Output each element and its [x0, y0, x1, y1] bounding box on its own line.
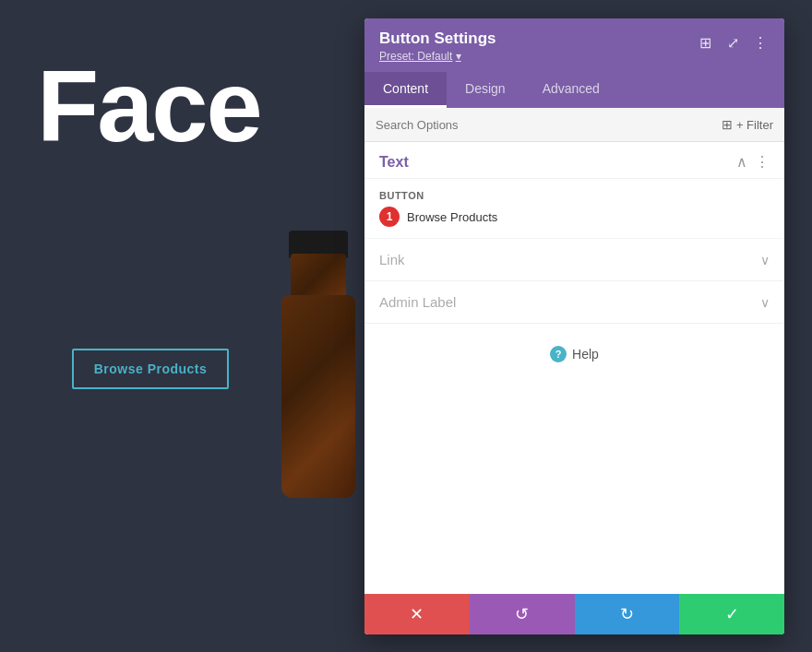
more-options-icon[interactable]: ⋮ — [751, 33, 770, 52]
filter-icon: ⊞ — [722, 117, 733, 132]
bottle-illustration — [263, 221, 374, 498]
panel-content: Text ∧ ⋮ Button 1 Browse Products Link ∨ — [364, 142, 784, 594]
panel-header: Button Settings Preset: Default ▾ ⊞ ⤢ ⋮ — [364, 18, 784, 72]
confirm-button[interactable]: ✓ — [679, 594, 784, 634]
action-bar: ✕ ↺ ↻ ✓ — [364, 594, 784, 634]
step-badge: 1 — [379, 207, 400, 227]
section-header-text: Text ∧ ⋮ — [364, 142, 784, 179]
expand-icon[interactable]: ⤢ — [723, 33, 742, 52]
canvas-browse-button[interactable]: Browse Products — [72, 349, 229, 389]
tabs-bar: Content Design Advanced — [364, 72, 784, 108]
text-section: Text ∧ ⋮ Button 1 Browse Products — [364, 142, 784, 239]
button-field-row: 1 Browse Products — [379, 207, 770, 227]
help-section: ? Help — [364, 324, 784, 385]
button-field-label: Button — [379, 190, 770, 201]
section-header-icons: ∧ ⋮ — [736, 153, 770, 171]
link-section[interactable]: Link ∨ — [364, 239, 784, 281]
canvas-face-text: Face — [37, 55, 261, 157]
panel-title: Button Settings — [379, 30, 496, 48]
admin-label: Admin Label — [379, 294, 456, 310]
help-text[interactable]: Help — [572, 347, 599, 362]
filter-button[interactable]: ⊞ + Filter — [722, 117, 773, 132]
button-text-value: Browse Products — [407, 210, 770, 224]
filter-label: + Filter — [736, 118, 773, 132]
tab-content[interactable]: Content — [364, 72, 447, 108]
search-bar: ⊞ + Filter — [364, 108, 784, 142]
search-input[interactable] — [376, 118, 722, 132]
tab-design[interactable]: Design — [447, 72, 524, 108]
undo-button[interactable]: ↺ — [470, 594, 575, 634]
section-more-icon[interactable]: ⋮ — [755, 153, 770, 171]
tab-advanced[interactable]: Advanced — [524, 72, 618, 108]
button-text-field-group: Button 1 Browse Products — [364, 179, 784, 239]
panel-header-icons: ⊞ ⤢ ⋮ — [696, 33, 770, 52]
link-label: Link — [379, 252, 405, 267]
link-chevron-icon: ∨ — [760, 253, 770, 267]
responsive-icon[interactable]: ⊞ — [696, 33, 714, 52]
admin-label-section[interactable]: Admin Label ∨ — [364, 281, 784, 324]
settings-panel: Button Settings Preset: Default ▾ ⊞ ⤢ ⋮ … — [364, 18, 784, 634]
redo-button[interactable]: ↻ — [575, 594, 680, 634]
section-title-text: Text — [379, 154, 409, 171]
cancel-button[interactable]: ✕ — [364, 594, 470, 634]
admin-label-chevron-icon: ∨ — [760, 295, 770, 310]
section-collapse-icon[interactable]: ∧ — [736, 153, 747, 171]
panel-header-left: Button Settings Preset: Default ▾ — [379, 30, 496, 63]
panel-preset[interactable]: Preset: Default ▾ — [379, 50, 496, 63]
help-icon: ? — [550, 346, 567, 362]
